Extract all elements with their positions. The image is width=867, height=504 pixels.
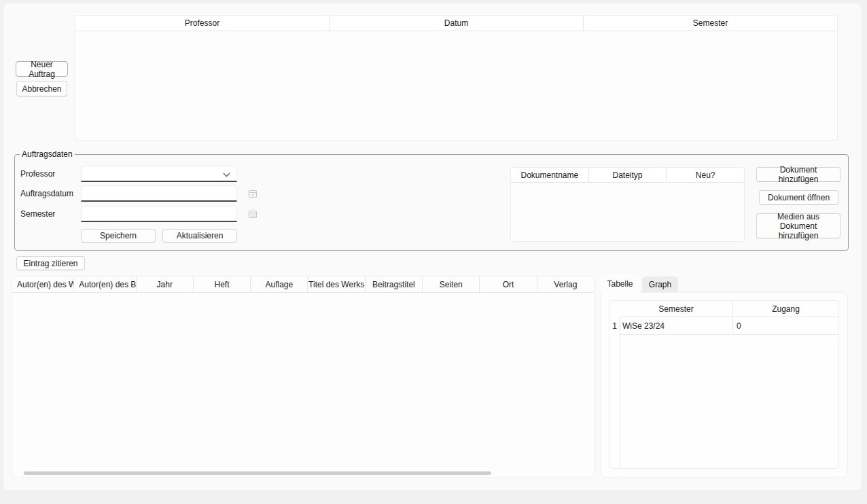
stats-table: Semester Zugang 1 WiSe 23/24 0 xyxy=(609,300,839,469)
entries-table-header: Autor(en) des Werks Autor(en) des Beitra… xyxy=(12,276,594,293)
stats-table-row[interactable]: 1 WiSe 23/24 0 xyxy=(609,317,838,335)
entries-column-pages[interactable]: Seiten xyxy=(423,276,480,292)
open-document-button[interactable]: Dokument öffnen xyxy=(759,190,838,205)
professor-label: Professor xyxy=(20,169,55,179)
orders-column-semester[interactable]: Semester xyxy=(584,16,837,31)
order-date-input[interactable] xyxy=(81,185,237,202)
entries-column-publisher[interactable]: Verlag xyxy=(537,276,594,292)
entries-column-place[interactable]: Ort xyxy=(480,276,537,292)
stats-rownum-divider xyxy=(620,317,620,468)
chevron-down-icon xyxy=(223,173,230,177)
order-date-label: Auftragsdatum xyxy=(20,189,73,198)
cite-entry-button[interactable]: Eintrag zitieren xyxy=(16,256,85,270)
orders-table: Professor Datum Semester xyxy=(75,15,838,141)
orders-column-datum[interactable]: Datum xyxy=(330,16,584,31)
entries-column-contribution-title[interactable]: Beitragstitel xyxy=(366,276,423,292)
documents-table-body[interactable] xyxy=(511,183,744,242)
order-date-calendar-icon[interactable] xyxy=(247,188,258,198)
semester-calendar-icon[interactable] xyxy=(247,209,258,219)
tab-tabelle[interactable]: Tabelle xyxy=(601,274,639,293)
semester-label: Semester xyxy=(20,209,55,219)
semester-input[interactable] xyxy=(81,206,237,222)
documents-column-name[interactable]: Dokumentname xyxy=(511,168,589,182)
documents-column-filetype[interactable]: Dateityp xyxy=(589,168,667,182)
stats-cell-zugang[interactable]: 0 xyxy=(733,317,838,335)
add-document-button[interactable]: Dokument hinzufügen xyxy=(756,167,841,182)
entries-column-author-work[interactable]: Autor(en) des Werks xyxy=(12,276,74,292)
stats-table-header: Semester Zugang xyxy=(609,301,838,317)
professor-combobox[interactable] xyxy=(81,166,237,182)
entries-table-body[interactable] xyxy=(12,293,594,477)
orders-column-professor[interactable]: Professor xyxy=(75,16,330,31)
stats-column-semester[interactable]: Semester xyxy=(620,301,733,317)
add-media-from-document-button[interactable]: Medien aus Dokument hinzufügen xyxy=(756,213,841,238)
entries-column-issue[interactable]: Heft xyxy=(194,276,251,292)
documents-column-new[interactable]: Neu? xyxy=(667,168,744,182)
horizontal-scrollbar[interactable] xyxy=(24,471,491,475)
save-button[interactable]: Speichern xyxy=(81,229,156,242)
entries-column-year[interactable]: Jahr xyxy=(137,276,194,292)
stats-column-zugang[interactable]: Zugang xyxy=(733,301,838,317)
entries-column-work-title[interactable]: Titel des Werks xyxy=(308,276,365,292)
documents-table-header: Dokumentname Dateityp Neu? xyxy=(511,168,744,183)
entries-column-edition[interactable]: Auflage xyxy=(251,276,308,292)
entries-table: Autor(en) des Werks Autor(en) des Beitra… xyxy=(12,276,595,478)
orders-table-body[interactable] xyxy=(75,31,837,141)
stats-cell-semester[interactable]: WiSe 23/24 xyxy=(620,317,733,335)
stats-row-number: 1 xyxy=(609,317,620,335)
new-order-button[interactable]: Neuer Auftrag xyxy=(16,61,68,77)
refresh-button[interactable]: Aktualisieren xyxy=(162,229,237,242)
order-form-title: Auftragsdaten xyxy=(20,149,75,159)
app-window: Professor Datum Semester Neuer Auftrag A… xyxy=(0,0,867,504)
orders-table-header: Professor Datum Semester xyxy=(75,16,837,31)
cancel-button[interactable]: Abbrechen xyxy=(16,81,67,96)
entries-column-author-contribution[interactable]: Autor(en) des Beitrags xyxy=(74,276,136,292)
tab-graph[interactable]: Graph xyxy=(642,276,678,292)
stats-rownum-header xyxy=(609,301,620,317)
documents-table: Dokumentname Dateityp Neu? xyxy=(510,167,745,242)
